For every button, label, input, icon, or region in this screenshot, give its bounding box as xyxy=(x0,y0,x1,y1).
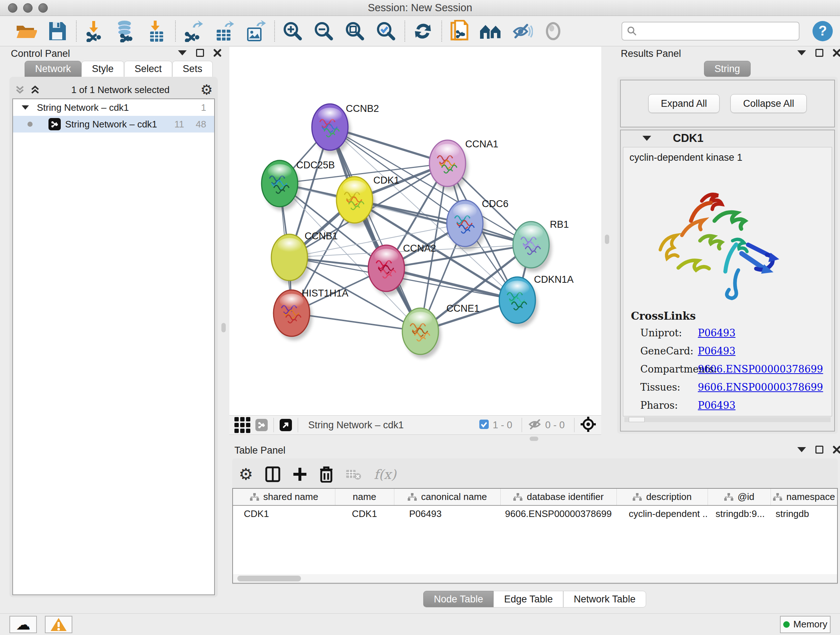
export-network-icon[interactable] xyxy=(182,19,205,43)
show-all-icon[interactable] xyxy=(541,19,565,43)
open-in-string-icon[interactable] xyxy=(448,19,472,43)
control-panel-menu-icon[interactable] xyxy=(178,50,187,55)
tab-select[interactable]: Select xyxy=(124,61,172,77)
zoom-in-icon[interactable] xyxy=(281,19,305,43)
column-header-description[interactable]: description xyxy=(616,489,707,505)
tab-network-table[interactable]: Network Table xyxy=(563,591,646,608)
network-view-title: String Network – cdk1 xyxy=(308,420,404,431)
node-CDK1[interactable]: CDK1 xyxy=(336,175,399,227)
network-collection-row[interactable]: String Network – cdk1 1 xyxy=(13,99,214,116)
import-network-icon[interactable] xyxy=(82,19,106,43)
crosslink-link[interactable]: P06493 xyxy=(698,327,736,339)
node-table[interactable]: shared namenamecanonical namedatabase id… xyxy=(232,488,838,584)
node-HIST1H1A[interactable]: HIST1H1A xyxy=(273,288,348,340)
table-panel-close-icon[interactable] xyxy=(833,446,840,454)
delete-column-icon[interactable] xyxy=(319,466,333,483)
column-header-name[interactable]: name xyxy=(335,489,394,505)
memory-button[interactable]: Memory xyxy=(780,616,831,633)
network-row[interactable]: String Network – cdk1 11 48 xyxy=(13,116,214,133)
node-CCNB1[interactable]: CCNB1 xyxy=(271,231,338,285)
export-image-icon[interactable] xyxy=(244,19,268,43)
column-header-namespace[interactable]: namespace xyxy=(771,489,837,505)
gene-header[interactable]: CDK1 xyxy=(620,130,835,147)
column-header-canonical-name[interactable]: canonical name xyxy=(394,489,500,505)
export-table-icon[interactable] xyxy=(213,19,237,43)
tab-string[interactable]: String xyxy=(704,61,751,77)
node-CCNE1[interactable]: CCNE1 xyxy=(402,303,480,358)
crosslink-link[interactable]: P06493 xyxy=(698,400,736,411)
column-header--id[interactable]: @id xyxy=(707,489,771,505)
node-CCNA1[interactable]: CCNA1 xyxy=(429,139,499,190)
table-panel-float-icon[interactable] xyxy=(815,446,823,454)
left-splitter-handle[interactable] xyxy=(221,323,226,333)
tab-edge-table[interactable]: Edge Table xyxy=(493,591,563,608)
add-column-icon[interactable] xyxy=(293,467,307,481)
network-options-gear-icon[interactable]: ⚙ xyxy=(201,83,213,97)
control-panel-float-icon[interactable] xyxy=(196,49,204,57)
results-panel-float-icon[interactable] xyxy=(815,49,823,57)
birds-eye-view-icon[interactable] xyxy=(580,416,596,434)
cloud-status-button[interactable]: ☁ xyxy=(9,616,37,633)
function-builder-icon[interactable]: f(x) xyxy=(374,467,396,482)
table-cell: 9606.ENSP00000378699 xyxy=(500,505,616,522)
collection-expand-icon[interactable] xyxy=(22,105,29,110)
delete-table-icon[interactable] xyxy=(346,468,362,481)
import-network-from-database-icon[interactable] xyxy=(114,19,137,43)
column-header-shared-name[interactable]: shared name xyxy=(233,489,335,505)
results-scrollbar[interactable] xyxy=(624,417,831,422)
zoom-out-icon[interactable] xyxy=(312,19,336,43)
open-session-icon[interactable] xyxy=(14,19,38,43)
node-CCNA2[interactable]: CCNA2 xyxy=(368,243,436,295)
show-columns-icon[interactable] xyxy=(265,466,280,482)
gene-collapse-icon[interactable] xyxy=(643,136,651,141)
edge-CCNB2-CCNE1[interactable] xyxy=(330,127,420,331)
thumbnail-grid-icon[interactable] xyxy=(234,417,250,433)
zoom-window-button[interactable] xyxy=(38,3,48,13)
tab-sets[interactable]: Sets xyxy=(172,61,213,77)
tab-network[interactable]: Network xyxy=(25,61,81,77)
import-table-icon[interactable] xyxy=(145,19,169,43)
detach-view-icon[interactable] xyxy=(279,419,292,431)
memory-status-dot xyxy=(783,621,790,628)
crosslink-link[interactable]: P06493 xyxy=(698,345,736,356)
save-session-icon[interactable] xyxy=(46,19,69,43)
column-header-database-identifier[interactable]: database identifier xyxy=(500,489,616,505)
node-RB1[interactable]: RB1 xyxy=(513,219,569,272)
first-neighbors-icon[interactable] xyxy=(479,19,503,43)
collapse-all-button[interactable]: Collapse All xyxy=(730,94,807,113)
refresh-icon[interactable] xyxy=(411,19,435,43)
hide-selected-icon[interactable] xyxy=(510,19,534,43)
bottom-splitter-handle[interactable] xyxy=(530,437,538,441)
results-panel-menu-icon[interactable] xyxy=(797,50,806,55)
minimize-window-button[interactable] xyxy=(23,3,33,13)
collapse-all-icon[interactable] xyxy=(14,85,25,95)
close-window-button[interactable] xyxy=(8,3,17,13)
table-row[interactable]: CDK1CDK1P064939606.ENSP00000378699cyclin… xyxy=(233,505,837,522)
crosslink-link[interactable]: 9606.ENSP00000378699 xyxy=(698,363,823,375)
network-canvas[interactable]: CCNB2CCNA1CDC25BCDK1CDC6RB1CCNB1CCNA2CDK… xyxy=(229,47,601,415)
control-panel-close-icon[interactable] xyxy=(213,49,221,57)
node-CDKN1A[interactable]: CDKN1A xyxy=(499,274,574,327)
table-options-gear-icon[interactable]: ⚙ xyxy=(239,466,253,482)
tab-style[interactable]: Style xyxy=(81,61,124,77)
node-CCNB2[interactable]: CCNB2 xyxy=(312,103,379,154)
expand-all-button[interactable]: Expand All xyxy=(648,94,720,113)
help-button[interactable]: ? xyxy=(813,21,833,41)
expand-all-icon[interactable] xyxy=(30,85,41,95)
table-panel-menu-icon[interactable] xyxy=(797,447,806,452)
crosslink-link[interactable]: 9606.ENSP00000378699 xyxy=(698,382,823,393)
hidden-eye-icon[interactable] xyxy=(528,418,542,432)
zoom-selected-icon[interactable] xyxy=(374,19,398,43)
selected-checkbox-icon[interactable] xyxy=(479,419,489,431)
search-input[interactable] xyxy=(638,25,789,36)
zoom-fit-icon[interactable] xyxy=(343,19,367,43)
results-panel-close-icon[interactable] xyxy=(833,49,840,57)
network-selected-status: 1 of 1 Network selected xyxy=(71,84,170,96)
string-view-icon[interactable] xyxy=(256,419,268,431)
search-field[interactable] xyxy=(622,22,799,41)
tab-node-table[interactable]: Node Table xyxy=(423,591,493,608)
right-splitter-handle[interactable] xyxy=(605,234,609,244)
table-horizontal-scrollbar[interactable] xyxy=(233,574,837,583)
node-CDC6[interactable]: CDC6 xyxy=(447,198,508,250)
warnings-button[interactable] xyxy=(45,616,73,633)
